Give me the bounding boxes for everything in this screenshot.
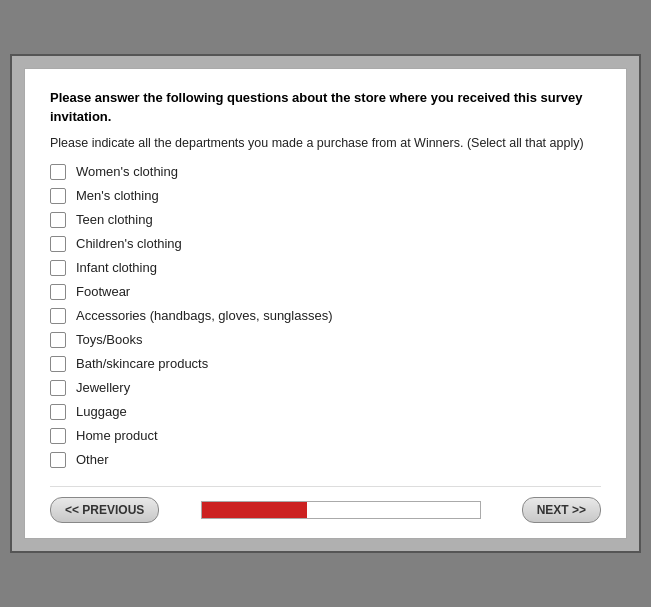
list-item: Other [50,452,601,468]
list-item: Accessories (handbags, gloves, sunglasse… [50,308,601,324]
checkbox-label-cb2[interactable]: Men's clothing [76,188,159,203]
progress-bar-fill [202,502,308,518]
list-item: Luggage [50,404,601,420]
checkbox-cb7[interactable] [50,308,66,324]
list-item: Toys/Books [50,332,601,348]
checkbox-label-cb13[interactable]: Other [76,452,109,467]
checkbox-label-cb10[interactable]: Jewellery [76,380,130,395]
checkbox-label-cb9[interactable]: Bath/skincare products [76,356,208,371]
checkbox-cb6[interactable] [50,284,66,300]
checkbox-label-cb8[interactable]: Toys/Books [76,332,142,347]
checkbox-label-cb4[interactable]: Children's clothing [76,236,182,251]
checkbox-cb12[interactable] [50,428,66,444]
checkbox-label-cb11[interactable]: Luggage [76,404,127,419]
list-item: Home product [50,428,601,444]
checkbox-label-cb7[interactable]: Accessories (handbags, gloves, sunglasse… [76,308,333,323]
checkbox-cb2[interactable] [50,188,66,204]
checkbox-label-cb5[interactable]: Infant clothing [76,260,157,275]
checkbox-cb1[interactable] [50,164,66,180]
list-item: Teen clothing [50,212,601,228]
checkbox-cb11[interactable] [50,404,66,420]
previous-button[interactable]: << PREVIOUS [50,497,159,523]
question-title: Please answer the following questions ab… [50,89,601,125]
footer: << PREVIOUS NEXT >> [50,486,601,523]
next-button[interactable]: NEXT >> [522,497,601,523]
checkbox-cb5[interactable] [50,260,66,276]
list-item: Children's clothing [50,236,601,252]
checkbox-cb3[interactable] [50,212,66,228]
checkbox-label-cb6[interactable]: Footwear [76,284,130,299]
checkbox-list: Women's clothingMen's clothingTeen cloth… [50,164,601,468]
progress-bar-container [201,501,481,519]
list-item: Men's clothing [50,188,601,204]
list-item: Infant clothing [50,260,601,276]
checkbox-label-cb3[interactable]: Teen clothing [76,212,153,227]
checkbox-label-cb1[interactable]: Women's clothing [76,164,178,179]
checkbox-cb9[interactable] [50,356,66,372]
outer-frame: Please answer the following questions ab… [10,54,641,552]
checkbox-cb4[interactable] [50,236,66,252]
checkbox-cb10[interactable] [50,380,66,396]
list-item: Jewellery [50,380,601,396]
list-item: Footwear [50,284,601,300]
question-subtitle: Please indicate all the departments you … [50,136,601,150]
checkbox-cb8[interactable] [50,332,66,348]
list-item: Bath/skincare products [50,356,601,372]
survey-card: Please answer the following questions ab… [24,68,627,538]
list-item: Women's clothing [50,164,601,180]
checkbox-cb13[interactable] [50,452,66,468]
checkbox-label-cb12[interactable]: Home product [76,428,158,443]
